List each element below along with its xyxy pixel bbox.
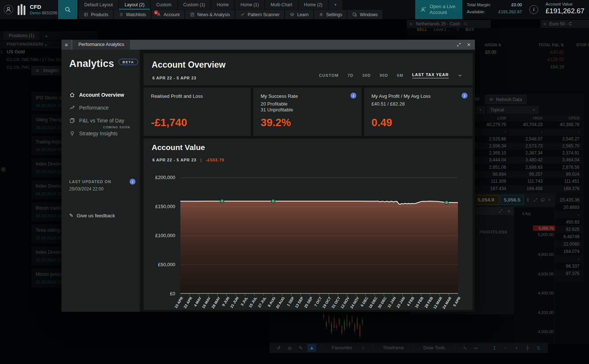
- sidebar-item-strategy-insights[interactable]: Strategy InsightsCOMING SOON: [69, 127, 137, 140]
- chevron-down-icon: [458, 73, 462, 78]
- coming-soon-tag: COMING SOON: [103, 125, 130, 129]
- chart-subtitle: 6 APR 22 - 5 APR 23 | -£503.79: [152, 158, 224, 162]
- available-value: £191,262.67: [498, 10, 522, 14]
- chart-date-range: 6 APR 22 - 5 APR 23: [152, 158, 197, 162]
- range-option-90d[interactable]: 90D: [380, 73, 388, 78]
- sidebar-item-p-l-vs-time-of-day[interactable]: P&L vs Time of Day: [69, 114, 137, 127]
- trade-marker[interactable]: [445, 201, 448, 204]
- account-value-section: Account Value 6 APR 22 - 5 APR 23 | -£50…: [144, 139, 473, 310]
- last-updated-block: LAST UPDATED ON i 25/03/2024 22:00: [69, 179, 135, 192]
- stat-card-realised-profit-and-loss: Realised Profit and Loss-£1,740: [144, 88, 251, 136]
- menu-item-learn[interactable]: Learn: [285, 10, 313, 19]
- range-option-last-tax-year[interactable]: LAST TAX YEAR: [412, 72, 449, 78]
- menu-item-pattern-scanner[interactable]: Pattern Scanner: [236, 10, 285, 19]
- feedback-label: Give us feedback: [77, 213, 115, 218]
- layout-tab-layout-2[interactable]: Layout (2): [119, 0, 150, 10]
- range-option-7d[interactable]: 7D: [348, 73, 353, 78]
- stat-card-title: My Success Rate: [261, 93, 354, 99]
- layout-tab-home-2[interactable]: Home (2): [299, 0, 328, 10]
- sidebar-item-label: P&L vs Time of Day: [79, 118, 124, 124]
- menu-item-windows[interactable]: Windows: [348, 10, 382, 19]
- windows-icon: [352, 12, 357, 17]
- trade-marker[interactable]: [271, 199, 275, 203]
- window-tab-performance-analytics[interactable]: Performance Analytics: [73, 40, 130, 50]
- available-label: Available:: [467, 10, 485, 14]
- sidebar-item-performance[interactable]: Performance: [69, 101, 137, 114]
- menu-item-label: Learn: [297, 12, 308, 17]
- stat-card-line: £40.51 / £82.28: [371, 101, 465, 107]
- stat-card-value: 39.2%: [261, 117, 354, 129]
- topbar: CFD Demo 8833295 Default LayoutLayout (2…: [0, 0, 589, 19]
- feedback-link[interactable]: ✎ Give us feedback: [69, 213, 115, 218]
- bulb-icon: [69, 131, 75, 136]
- layout-tab-home-1[interactable]: Home (1): [235, 0, 264, 10]
- sidebar-item-label: Performance: [79, 105, 109, 111]
- close-window-icon[interactable]: ×: [467, 42, 470, 48]
- y-axis-tick: £100,000: [151, 233, 175, 238]
- stat-card-line: 31 Unprofitable: [261, 107, 354, 113]
- account-subtitle: Demo 8833295: [30, 11, 57, 15]
- sidebar-item-account-overview[interactable]: Account Overview: [69, 88, 137, 101]
- platform-title: CFD: [30, 4, 57, 10]
- menu-item-label: Products: [91, 12, 108, 17]
- user-avatar-icon[interactable]: [4, 5, 13, 14]
- analytics-main: Account Overview 6 APR 22 - 5 APR 23 CUS…: [140, 50, 475, 312]
- menu-item-label: Windows: [360, 12, 378, 17]
- account-value-label: Account Value: [546, 2, 585, 6]
- expand-window-icon[interactable]: [456, 42, 461, 47]
- search-icon: [64, 6, 71, 13]
- menu-item-news-analysis[interactable]: News & Analysis: [185, 10, 235, 19]
- products-icon: [84, 12, 88, 17]
- account-value: £191,262.67: [546, 7, 585, 15]
- layout-tab-custom-1[interactable]: Custom (1): [178, 0, 211, 10]
- brand-block: CFD Demo 8833295: [0, 0, 58, 19]
- range-option-custom[interactable]: CUSTOM: [319, 73, 338, 78]
- menu-item-settings[interactable]: Settings: [314, 10, 347, 19]
- range-option-6m[interactable]: 6M: [397, 73, 403, 78]
- layout-tab-default-layout[interactable]: Default Layout: [79, 0, 118, 10]
- analytics-sidebar: Analytics BETA Account OverviewPerforman…: [61, 50, 140, 312]
- window-titlebar[interactable]: ≡ Performance Analytics ×: [61, 40, 475, 50]
- layout-tab-item[interactable]: +: [329, 0, 342, 10]
- trade-marker[interactable]: [220, 199, 224, 203]
- info-icon[interactable]: i: [529, 5, 538, 14]
- search-button[interactable]: [58, 0, 77, 19]
- app-root: Positions (1) + POSITION/ORDER# ▲ ⠿ US G…: [0, 0, 589, 364]
- info-icon[interactable]: i: [462, 93, 468, 99]
- book-icon: [69, 118, 75, 124]
- open-live-account-button[interactable]: Open a Live Account: [415, 0, 462, 19]
- stat-card-details: [151, 101, 243, 116]
- account-value-chart: [180, 178, 458, 296]
- stat-card-my-success-rate: My Success Rate20 Profitable31 Unprofita…: [253, 88, 361, 136]
- y-axis-tick: £150,000: [151, 204, 175, 209]
- learn-icon: [290, 12, 294, 17]
- separator: |: [200, 158, 202, 162]
- window-menu-icon[interactable]: ≡: [61, 40, 71, 50]
- menu-item-label: Account: [164, 12, 180, 17]
- info-icon[interactable]: i: [350, 93, 356, 99]
- stat-card-line: 20 Profitable: [261, 101, 354, 107]
- last-updated-label: LAST UPDATED ON: [69, 179, 135, 184]
- menu-item-products[interactable]: Products: [79, 10, 113, 19]
- menu-item-label: News & Analysis: [197, 12, 230, 17]
- menu-item-watchlists[interactable]: Watchlists: [114, 10, 151, 19]
- info-icon[interactable]: i: [130, 179, 135, 185]
- range-option-30d[interactable]: 30D: [362, 73, 371, 78]
- layout-tab-home[interactable]: Home: [211, 0, 234, 10]
- page-title: Account Overview: [152, 60, 226, 70]
- stat-card-details: 20 Profitable31 Unprofitable: [261, 101, 354, 116]
- range-selector: CUSTOM7D30D90D6MLAST TAX YEAR: [319, 72, 462, 78]
- layout-tab-multi-chart[interactable]: Multi-Chart: [265, 0, 298, 10]
- y-axis-tick: £200,000: [151, 175, 175, 180]
- overview-header: Account Overview 6 APR 22 - 5 APR 23 CUS…: [144, 53, 473, 85]
- total-margin-value: £0.00: [511, 3, 522, 7]
- pattern-scanner-icon: [240, 12, 245, 17]
- layout-tab-custom[interactable]: Custom: [151, 0, 177, 10]
- date-range-label: 6 APR 22 - 5 APR 23: [152, 76, 197, 80]
- menu-item-label: Pattern Scanner: [248, 12, 280, 17]
- menu-item-label: Settings: [326, 12, 342, 17]
- analytics-header: Analytics BETA: [69, 58, 138, 69]
- sidebar-item-label: Strategy Insights: [79, 131, 117, 136]
- news-icon: [190, 12, 195, 17]
- menu-item-account[interactable]: 1Account: [152, 10, 184, 19]
